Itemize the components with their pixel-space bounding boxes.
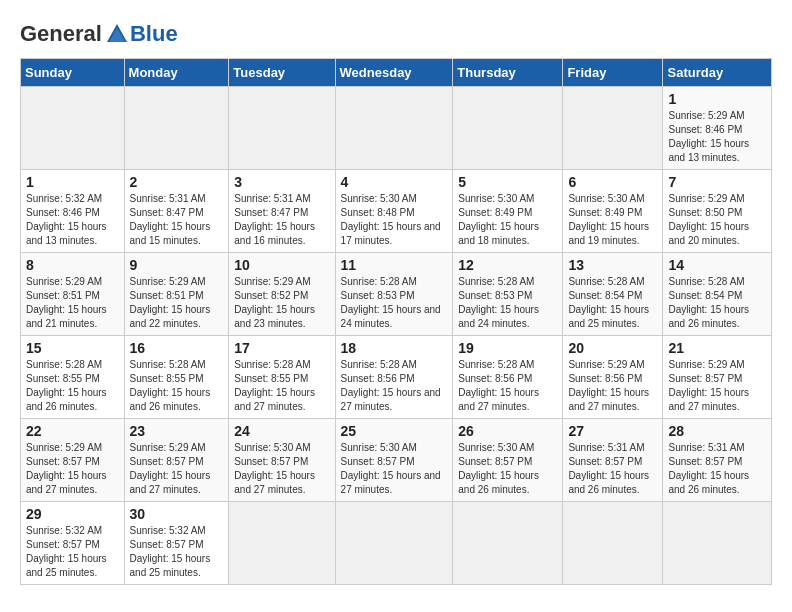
day-number: 27 (568, 423, 657, 439)
calendar-table: SundayMondayTuesdayWednesdayThursdayFrid… (20, 58, 772, 585)
calendar-cell: 28Sunrise: 5:31 AMSunset: 8:57 PMDayligh… (663, 419, 772, 502)
day-info: Sunrise: 5:28 AMSunset: 8:55 PMDaylight:… (234, 358, 329, 414)
weekday-header-saturday: Saturday (663, 59, 772, 87)
calendar-cell: 5Sunrise: 5:30 AMSunset: 8:49 PMDaylight… (453, 170, 563, 253)
calendar-cell: 26Sunrise: 5:30 AMSunset: 8:57 PMDayligh… (453, 419, 563, 502)
day-number: 25 (341, 423, 448, 439)
calendar-week-row: 8Sunrise: 5:29 AMSunset: 8:51 PMDaylight… (21, 253, 772, 336)
day-number: 23 (130, 423, 224, 439)
day-info: Sunrise: 5:30 AMSunset: 8:49 PMDaylight:… (458, 192, 557, 248)
calendar-cell (563, 87, 663, 170)
day-number: 24 (234, 423, 329, 439)
calendar-cell: 3Sunrise: 5:31 AMSunset: 8:47 PMDaylight… (229, 170, 335, 253)
weekday-header-monday: Monday (124, 59, 229, 87)
day-info: Sunrise: 5:29 AMSunset: 8:57 PMDaylight:… (668, 358, 766, 414)
calendar-cell: 10Sunrise: 5:29 AMSunset: 8:52 PMDayligh… (229, 253, 335, 336)
logo-icon (103, 20, 131, 48)
day-number: 29 (26, 506, 119, 522)
calendar-cell (453, 87, 563, 170)
day-info: Sunrise: 5:28 AMSunset: 8:56 PMDaylight:… (458, 358, 557, 414)
calendar-cell: 27Sunrise: 5:31 AMSunset: 8:57 PMDayligh… (563, 419, 663, 502)
logo-general: General (20, 21, 102, 47)
day-number: 26 (458, 423, 557, 439)
calendar-cell: 11Sunrise: 5:28 AMSunset: 8:53 PMDayligh… (335, 253, 453, 336)
day-info: Sunrise: 5:30 AMSunset: 8:49 PMDaylight:… (568, 192, 657, 248)
calendar-cell: 20Sunrise: 5:29 AMSunset: 8:56 PMDayligh… (563, 336, 663, 419)
calendar-cell: 21Sunrise: 5:29 AMSunset: 8:57 PMDayligh… (663, 336, 772, 419)
day-info: Sunrise: 5:28 AMSunset: 8:55 PMDaylight:… (130, 358, 224, 414)
day-number: 28 (668, 423, 766, 439)
calendar-cell: 22Sunrise: 5:29 AMSunset: 8:57 PMDayligh… (21, 419, 125, 502)
calendar-cell: 7Sunrise: 5:29 AMSunset: 8:50 PMDaylight… (663, 170, 772, 253)
day-info: Sunrise: 5:31 AMSunset: 8:57 PMDaylight:… (668, 441, 766, 497)
day-info: Sunrise: 5:31 AMSunset: 8:57 PMDaylight:… (568, 441, 657, 497)
weekday-header-sunday: Sunday (21, 59, 125, 87)
weekday-header-friday: Friday (563, 59, 663, 87)
day-info: Sunrise: 5:29 AMSunset: 8:56 PMDaylight:… (568, 358, 657, 414)
day-info: Sunrise: 5:28 AMSunset: 8:54 PMDaylight:… (668, 275, 766, 331)
day-info: Sunrise: 5:31 AMSunset: 8:47 PMDaylight:… (130, 192, 224, 248)
day-number: 9 (130, 257, 224, 273)
day-info: Sunrise: 5:29 AMSunset: 8:46 PMDaylight:… (668, 109, 766, 165)
calendar-cell (453, 502, 563, 585)
calendar-cell (21, 87, 125, 170)
day-number: 1 (668, 91, 766, 107)
day-info: Sunrise: 5:29 AMSunset: 8:52 PMDaylight:… (234, 275, 329, 331)
logo-blue: Blue (130, 21, 178, 47)
day-number: 7 (668, 174, 766, 190)
calendar-week-row: 29Sunrise: 5:32 AMSunset: 8:57 PMDayligh… (21, 502, 772, 585)
day-info: Sunrise: 5:29 AMSunset: 8:57 PMDaylight:… (26, 441, 119, 497)
day-info: Sunrise: 5:29 AMSunset: 8:57 PMDaylight:… (130, 441, 224, 497)
calendar-cell: 8Sunrise: 5:29 AMSunset: 8:51 PMDaylight… (21, 253, 125, 336)
calendar-cell: 15Sunrise: 5:28 AMSunset: 8:55 PMDayligh… (21, 336, 125, 419)
calendar-cell (335, 502, 453, 585)
day-number: 10 (234, 257, 329, 273)
calendar-cell: 1Sunrise: 5:29 AMSunset: 8:46 PMDaylight… (663, 87, 772, 170)
day-info: Sunrise: 5:32 AMSunset: 8:57 PMDaylight:… (130, 524, 224, 580)
calendar-week-row: 1Sunrise: 5:29 AMSunset: 8:46 PMDaylight… (21, 87, 772, 170)
day-info: Sunrise: 5:29 AMSunset: 8:50 PMDaylight:… (668, 192, 766, 248)
day-number: 8 (26, 257, 119, 273)
calendar-cell (663, 502, 772, 585)
calendar-cell: 4Sunrise: 5:30 AMSunset: 8:48 PMDaylight… (335, 170, 453, 253)
day-number: 13 (568, 257, 657, 273)
day-info: Sunrise: 5:30 AMSunset: 8:48 PMDaylight:… (341, 192, 448, 248)
day-number: 18 (341, 340, 448, 356)
day-number: 19 (458, 340, 557, 356)
calendar-week-row: 15Sunrise: 5:28 AMSunset: 8:55 PMDayligh… (21, 336, 772, 419)
day-number: 20 (568, 340, 657, 356)
day-info: Sunrise: 5:30 AMSunset: 8:57 PMDaylight:… (458, 441, 557, 497)
day-info: Sunrise: 5:29 AMSunset: 8:51 PMDaylight:… (26, 275, 119, 331)
calendar-cell: 1Sunrise: 5:32 AMSunset: 8:46 PMDaylight… (21, 170, 125, 253)
day-info: Sunrise: 5:29 AMSunset: 8:51 PMDaylight:… (130, 275, 224, 331)
logo: General Blue (20, 20, 178, 48)
calendar-cell: 30Sunrise: 5:32 AMSunset: 8:57 PMDayligh… (124, 502, 229, 585)
calendar-week-row: 1Sunrise: 5:32 AMSunset: 8:46 PMDaylight… (21, 170, 772, 253)
calendar-header-row: SundayMondayTuesdayWednesdayThursdayFrid… (21, 59, 772, 87)
calendar-cell: 9Sunrise: 5:29 AMSunset: 8:51 PMDaylight… (124, 253, 229, 336)
calendar-cell: 23Sunrise: 5:29 AMSunset: 8:57 PMDayligh… (124, 419, 229, 502)
day-number: 16 (130, 340, 224, 356)
calendar-cell: 12Sunrise: 5:28 AMSunset: 8:53 PMDayligh… (453, 253, 563, 336)
calendar-cell: 25Sunrise: 5:30 AMSunset: 8:57 PMDayligh… (335, 419, 453, 502)
day-info: Sunrise: 5:28 AMSunset: 8:56 PMDaylight:… (341, 358, 448, 414)
day-info: Sunrise: 5:32 AMSunset: 8:46 PMDaylight:… (26, 192, 119, 248)
day-number: 30 (130, 506, 224, 522)
day-number: 4 (341, 174, 448, 190)
day-number: 21 (668, 340, 766, 356)
day-number: 2 (130, 174, 224, 190)
page-header: General Blue (20, 20, 772, 48)
calendar-cell: 16Sunrise: 5:28 AMSunset: 8:55 PMDayligh… (124, 336, 229, 419)
calendar-cell: 2Sunrise: 5:31 AMSunset: 8:47 PMDaylight… (124, 170, 229, 253)
day-number: 6 (568, 174, 657, 190)
day-number: 14 (668, 257, 766, 273)
calendar-cell: 14Sunrise: 5:28 AMSunset: 8:54 PMDayligh… (663, 253, 772, 336)
calendar-cell: 17Sunrise: 5:28 AMSunset: 8:55 PMDayligh… (229, 336, 335, 419)
calendar-cell (124, 87, 229, 170)
day-number: 5 (458, 174, 557, 190)
weekday-header-thursday: Thursday (453, 59, 563, 87)
calendar-cell (563, 502, 663, 585)
calendar-week-row: 22Sunrise: 5:29 AMSunset: 8:57 PMDayligh… (21, 419, 772, 502)
day-number: 3 (234, 174, 329, 190)
day-number: 15 (26, 340, 119, 356)
